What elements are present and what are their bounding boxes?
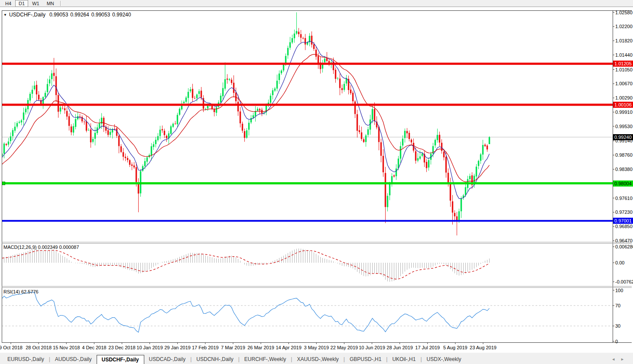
timeframe-button-mn[interactable]: MN xyxy=(43,0,58,7)
tab-xauusd-weekly[interactable]: XAUUSD-,Weekly xyxy=(292,355,343,364)
rsi-axis-label: 100 xyxy=(615,287,623,293)
pane-splitter-rsi[interactable] xyxy=(0,285,633,288)
tab-ukoil-h1[interactable]: UKOil-,H1 xyxy=(387,355,420,364)
tab-usdx-weekly[interactable]: USDX-,Weekly xyxy=(422,355,466,364)
tabs-scroll-left-icon[interactable]: ◄ xyxy=(611,357,620,361)
tab-eurchf-weekly[interactable]: EURCHF-,Weekly xyxy=(240,355,291,364)
symbol-name: USDCHF-,Daily xyxy=(9,12,45,18)
price-axis-label: 0.96850 xyxy=(615,223,633,229)
macd-axis-label: 0.006286 xyxy=(615,244,633,250)
price-axis-label: 1.01820 xyxy=(615,38,633,44)
tab-gbpusd-h1[interactable]: GBPUSD-,H1 xyxy=(345,355,386,364)
ohlc-low: 0.99053 xyxy=(91,12,110,18)
macd-indicator-label: MACD(12,26,9) 0.002349 0.000087 xyxy=(3,245,79,250)
pane-splitter-macd[interactable] xyxy=(0,241,633,244)
bid-price-label: 0.99240 xyxy=(613,134,633,140)
rsi-axis-label: 30 xyxy=(615,323,620,329)
ohlc-open: 0.99053 xyxy=(49,12,68,18)
timeframe-button-h4[interactable]: H4 xyxy=(2,0,15,7)
macd-axis-label: -0.00762 xyxy=(615,279,633,285)
price-axis-label: 0.99910 xyxy=(615,109,633,115)
application-window: { "toolbar": { "timeframes": [ {"label":… xyxy=(0,0,633,364)
hline-price-label: 1.01205 xyxy=(613,61,633,67)
tab-usdcnh-daily[interactable]: USDCNH-,Daily xyxy=(192,355,238,364)
price-axis-label: 0.97610 xyxy=(615,195,633,201)
chart-canvas[interactable] xyxy=(0,7,633,354)
macd-values: 0.002349 0.000087 xyxy=(38,245,79,250)
toolbar-separator xyxy=(60,1,61,6)
tabs-scroll-right-icon[interactable]: ► xyxy=(620,357,630,361)
macd-name: MACD(12,26,9) xyxy=(3,245,36,250)
ohlc-high: 0.99264 xyxy=(70,12,89,18)
price-axis-label: 0.98380 xyxy=(615,166,633,172)
rsi-value: 62.5776 xyxy=(21,289,39,294)
rsi-name: RSI(14) xyxy=(3,289,20,294)
price-axis-label: 0.97230 xyxy=(615,209,633,215)
price-axis-label: 0.98760 xyxy=(615,152,633,158)
rsi-axis-label: 70 xyxy=(615,303,620,309)
price-axis-label: 1.00670 xyxy=(615,81,633,87)
time-axis[interactable]: 9 Oct 201828 Oct 201815 Nov 20184 Dec 20… xyxy=(0,342,613,353)
time-axis-label: 23 Aug 2019 xyxy=(464,345,503,350)
tab-usdcad-daily[interactable]: USDCAD-,Daily xyxy=(144,355,191,364)
chart-canvas-svg xyxy=(0,7,633,353)
tab-usdchf-daily[interactable]: USDCHF-,Daily xyxy=(97,355,144,364)
price-axis-label: 1.01440 xyxy=(615,52,633,58)
macd-axis-label: 0.00 xyxy=(615,260,624,266)
hline-price-label: 0.98004 xyxy=(613,180,633,187)
chart-tab-bar: EURUSD-,Daily|AUDUSD-,DailyUSDCHF-,Daily… xyxy=(0,355,633,364)
hline-price-label: 0.97001 xyxy=(613,218,633,224)
price-axis[interactable]: 1.025801.022001.018201.014401.010501.006… xyxy=(613,7,633,342)
price-axis-label: 1.00290 xyxy=(615,95,633,101)
chart-title: ▼USDCHF-,Daily0.990530.992640.990530.992… xyxy=(3,12,133,18)
timeframe-button-d1[interactable]: D1 xyxy=(15,0,28,7)
timeframe-buttons: H4D1W1MN xyxy=(2,0,58,7)
rsi-indicator-label: RSI(14) 62.5776 xyxy=(3,289,39,294)
price-axis-label: 1.01050 xyxy=(615,67,633,73)
timeframe-button-w1[interactable]: W1 xyxy=(29,0,43,7)
timeframe-toolbar: H4D1W1MN xyxy=(0,0,633,7)
symbol-dropdown-icon[interactable]: ▼ xyxy=(3,13,7,17)
tab-audusd-daily[interactable]: AUDUSD-,Daily xyxy=(50,355,97,364)
ohlc-close: 0.99240 xyxy=(112,12,131,18)
price-axis-label: 1.02580 xyxy=(615,10,633,16)
tab-eurusd-daily[interactable]: EURUSD-,Daily xyxy=(3,355,49,364)
tab-scroll-arrows: ◄► xyxy=(611,357,630,361)
rsi-axis-label: 0 xyxy=(615,338,618,345)
price-axis-label: 0.99530 xyxy=(615,123,633,129)
hline-price-label: 1.00106 xyxy=(613,102,633,108)
price-axis-label: 1.02200 xyxy=(615,23,633,29)
